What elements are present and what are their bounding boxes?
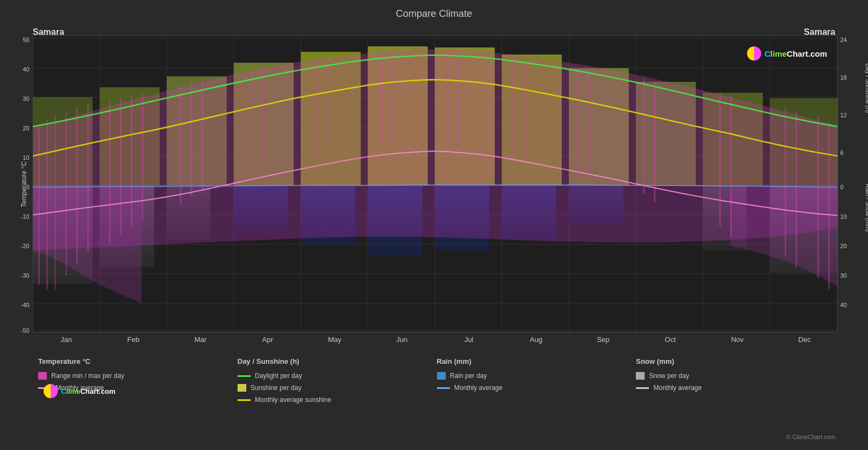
- x-label-jan: Jan: [33, 335, 100, 344]
- y-tick-n40: -40: [21, 302, 29, 308]
- legend-item-sunshine: Sunshine per day: [238, 384, 434, 392]
- logo-text-left: ClimeChart.com: [61, 387, 116, 395]
- chart-title: Compare Climate: [396, 8, 472, 20]
- y-tick-n50: -50: [21, 327, 29, 334]
- x-label-jul: Jul: [435, 335, 502, 344]
- x-label-jun: Jun: [368, 335, 435, 344]
- svg-rect-65: [447, 53, 448, 142]
- legend-group-snow: Snow (mm) Snow per day Monthly average: [636, 357, 833, 431]
- svg-rect-70: [588, 71, 590, 177]
- r-tick-20mm: 20: [840, 243, 847, 249]
- svg-rect-71: [643, 79, 645, 194]
- svg-rect-46: [38, 127, 40, 285]
- legend-text-sunshine-avg: Monthly average sunshine: [255, 396, 331, 404]
- x-label-mar: Mar: [167, 335, 234, 344]
- y-tick-50: 50: [23, 37, 29, 43]
- legend-text-sunshine: Sunshine per day: [251, 384, 301, 392]
- legend-title-rain: Rain (mm): [437, 357, 634, 365]
- svg-rect-66: [458, 55, 459, 145]
- legend-item-temp-range: Range min / max per day: [38, 372, 235, 380]
- legend-swatch-sunshine-avg: [238, 399, 251, 401]
- svg-rect-55: [142, 93, 143, 221]
- svg-rect-72: [654, 82, 655, 202]
- y-tick-n20: -20: [21, 243, 29, 249]
- legend-title-temp: Temperature °C: [38, 357, 235, 365]
- x-label-aug: Aug: [502, 335, 569, 344]
- legend-text-rain-avg: Monthly average: [454, 384, 503, 392]
- y-tick-n10: -10: [21, 213, 29, 220]
- svg-rect-77: [817, 117, 819, 278]
- x-label-apr: Apr: [234, 335, 301, 344]
- y-axis-right-rain-label: Rain / Snow (mm): [865, 184, 868, 232]
- y-tick-30: 30: [23, 95, 29, 102]
- svg-rect-76: [796, 112, 797, 267]
- legend-item-rain: Rain per day: [437, 372, 634, 380]
- svg-rect-60: [262, 68, 263, 169]
- logo-icon-left: [44, 384, 58, 398]
- legend-swatch-rain: [437, 372, 446, 380]
- r-tick-10mm: 10: [840, 213, 847, 220]
- r-tick-30mm: 30: [840, 272, 847, 279]
- svg-rect-63: [381, 55, 383, 145]
- legend-swatch-snow-avg: [636, 387, 649, 389]
- logo-bottom-left: ClimeChart.com: [44, 384, 116, 398]
- x-axis: Jan Feb Mar Apr May Jun Jul Aug Sep Oct …: [33, 333, 838, 346]
- logo-text-right: ClimeChart.com: [764, 49, 827, 58]
- legend-item-snow-avg: Monthly average: [636, 384, 833, 392]
- logo-top-right: ClimeChart.com: [747, 46, 827, 61]
- y-axis-right: Day / Sunshine (h) Rain / Snow (mm) 24 1…: [838, 35, 868, 333]
- legend-text-snow-avg: Monthly average: [653, 384, 702, 392]
- x-label-oct: Oct: [637, 335, 704, 344]
- y-tick-0: 0: [26, 184, 29, 190]
- legend-swatch-rain-avg: [437, 387, 450, 389]
- svg-rect-75: [785, 106, 786, 256]
- legend-group-rain: Rain (mm) Rain per day Monthly average: [437, 357, 634, 431]
- logo-icon-right: [747, 46, 761, 61]
- legend-text-rain: Rain per day: [450, 372, 487, 380]
- y-axis-right-sunshine-label: Day / Sunshine (h): [865, 63, 868, 113]
- legend-item-snow: Snow per day: [636, 372, 833, 380]
- r-tick-18: 18: [840, 74, 847, 81]
- svg-rect-52: [109, 101, 111, 243]
- svg-rect-51: [87, 104, 89, 251]
- r-tick-24: 24: [840, 37, 847, 43]
- y-tick-n30: -30: [21, 272, 29, 279]
- svg-rect-64: [392, 53, 394, 142]
- chart-container: Compare Climate Samara Samara Temperatur…: [0, 0, 868, 450]
- r-tick-6: 6: [840, 149, 843, 156]
- legend-area: Temperature °C Range min / max per day M…: [33, 352, 838, 436]
- x-label-may: May: [301, 335, 368, 344]
- svg-rect-58: [202, 79, 203, 191]
- svg-rect-62: [327, 58, 329, 151]
- svg-rect-67: [512, 60, 514, 155]
- svg-rect-53: [120, 98, 122, 235]
- y-tick-20: 20: [23, 125, 29, 131]
- x-label-dec: Dec: [771, 335, 838, 344]
- legend-title-sunshine: Day / Sunshine (h): [238, 357, 434, 365]
- r-tick-12: 12: [840, 112, 847, 118]
- svg-rect-48: [54, 115, 56, 289]
- svg-rect-49: [65, 112, 67, 275]
- r-tick-0: 0: [840, 184, 843, 190]
- y-tick-10: 10: [23, 154, 29, 161]
- svg-rect-73: [719, 93, 721, 226]
- svg-rect-61: [316, 60, 318, 155]
- legend-text-temp-range: Range min / max per day: [51, 372, 124, 380]
- legend-text-snow: Snow per day: [649, 372, 689, 380]
- svg-rect-50: [76, 106, 78, 265]
- copyright: © ClimeChart.com: [786, 434, 835, 440]
- x-label-feb: Feb: [100, 335, 167, 344]
- svg-rect-74: [730, 95, 732, 237]
- legend-group-sunshine: Day / Sunshine (h) Daylight per day Suns…: [238, 357, 434, 431]
- x-label-sep: Sep: [569, 335, 636, 344]
- legend-swatch-sunshine: [238, 384, 246, 392]
- legend-title-snow: Snow (mm): [636, 357, 833, 365]
- legend-item-rain-avg: Monthly average: [437, 384, 634, 392]
- legend-item-daylight: Daylight per day: [238, 372, 434, 380]
- svg-rect-54: [131, 95, 132, 226]
- legend-swatch-temp-range: [38, 372, 47, 380]
- svg-rect-47: [46, 120, 48, 289]
- chart-area: [33, 35, 838, 333]
- svg-rect-59: [251, 71, 252, 175]
- y-tick-40: 40: [23, 66, 29, 73]
